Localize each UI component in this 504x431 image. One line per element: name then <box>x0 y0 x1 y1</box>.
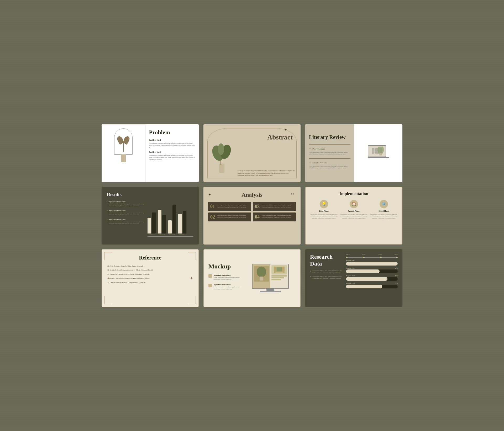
first-literature-title: + First Literature <box>309 146 350 150</box>
analysis-num-2: 02 <box>210 215 216 219</box>
bar-dark <box>172 205 176 233</box>
quote-mark: " <box>291 192 294 199</box>
first-literature-text: Lorem ipsum dolor sit amet, consectetur … <box>309 151 350 155</box>
problem2-title: Problem No. 2 <box>149 151 195 153</box>
slide-grid: Problem Problem No. 1 Lorem ipsum consec… <box>91 108 413 323</box>
progress4-track <box>346 285 398 288</box>
bar-group-4: Category 4 <box>178 211 186 235</box>
timeline-dot-2 <box>363 257 365 258</box>
results-title: Results <box>107 192 144 198</box>
svg-rect-11 <box>275 272 283 273</box>
sparkle-left-ref: ✦ <box>107 276 111 281</box>
bar-dark <box>152 212 156 233</box>
year-labels: 2019 2020 2021 2022 <box>346 253 398 255</box>
bar-light <box>148 218 151 233</box>
progress1-label: Progress One <box>346 260 398 261</box>
mockup-item2-content: Input Description Here Lorem ipsum conse… <box>214 284 242 290</box>
mockup-item2-title: Input Description Here <box>214 284 242 285</box>
analysis-num-3: 03 <box>255 204 260 209</box>
bar-dark <box>162 215 166 233</box>
literary-title: Literary Review <box>309 134 350 140</box>
monitor-img-2 <box>271 265 287 274</box>
ref-item-3: 03. Design as a Modern Art by Nouri Abde… <box>107 273 193 276</box>
laptop-base <box>368 157 389 158</box>
mockup-icon-1 <box>208 274 212 278</box>
svg-rect-8 <box>260 277 263 281</box>
mockup-title: Mockup <box>208 263 242 270</box>
second-literature-text: Lorem ipsum dolor sit amet, consectetur … <box>309 165 350 169</box>
analysis-title: Analysis <box>208 191 296 198</box>
phase-2: 🏠 Second Phase Lorem ipsum dolor sit ame… <box>340 200 368 219</box>
progress2-fill <box>346 269 380 273</box>
laptop-screen <box>368 145 386 157</box>
problem-image <box>102 124 145 182</box>
progress2-name: Progress Two <box>346 267 355 269</box>
problem-content: Problem Problem No. 1 Lorem ipsum consec… <box>145 124 199 182</box>
reference-title: Reference <box>107 255 193 261</box>
svg-point-5 <box>377 147 384 154</box>
plus-icon-1: + <box>309 146 311 150</box>
problem1-title: Problem No. 1 <box>149 139 195 141</box>
chart-baseline <box>148 236 193 237</box>
phase1-icon: 💡 <box>320 200 328 208</box>
monitor-arm <box>266 289 274 291</box>
progress3-fill <box>346 277 387 281</box>
phase-3: ⚙️ Third Phase Lorem ipsum dolor sit ame… <box>370 200 398 219</box>
monitor-bar-2 <box>254 285 264 287</box>
results-left-panel: Results Input Description Here Lorem ips… <box>107 192 144 239</box>
svg-rect-0 <box>219 164 224 173</box>
corner-tr <box>188 252 196 260</box>
analysis-text-4: Lorem ipsum dolor sit amet, consectetur … <box>262 215 294 219</box>
literary-right-panel <box>354 124 402 182</box>
analysis-text-1: Lorem ipsum dolor sit amet, consectetur … <box>217 204 249 209</box>
analysis-text-3: Lorem ipsum dolor sit amet, consectetur … <box>262 204 294 209</box>
monitor-image-area <box>254 266 269 282</box>
sparkle-left-icon: ✦ <box>208 193 211 197</box>
ref-item-1: 01. Five Designer Rules by Elisa Bansa (… <box>107 265 193 268</box>
svg-point-4 <box>218 143 224 155</box>
analysis-num-1: 01 <box>210 204 216 209</box>
progress2-label: Progress Two 65% <box>346 267 398 269</box>
mockup-item1-title: Input Description Here <box>214 274 242 276</box>
monitor-text-1 <box>271 275 287 277</box>
progress4-fill <box>346 285 382 288</box>
implementation-phases: 💡 First Phase Lorem ipsum dolor sit amet… <box>310 200 398 219</box>
progress4-pct: 70% <box>395 283 398 284</box>
results-item2-title: Input Description Here <box>107 210 144 211</box>
bar-light <box>178 214 182 233</box>
year-2022: 2022 <box>394 253 398 255</box>
phase3-text: Lorem ipsum dolor sit amet, consectetur … <box>370 213 398 219</box>
bar-group-3: Category 3 <box>168 205 176 235</box>
research-right-panel: 2019 2020 2021 2022 Progress One <box>346 253 398 290</box>
progress4-name: Progress Four <box>346 283 355 284</box>
implementation-slide: Implementation 💡 First Phase Lorem ipsum… <box>305 187 402 245</box>
progress3-pct: 80% <box>395 275 398 277</box>
phase3-icon: ⚙️ <box>380 200 388 208</box>
progress-3: Progress Three 80% <box>346 275 398 281</box>
grid-cell <box>375 150 377 152</box>
mockup-right-panel <box>245 254 296 302</box>
phase3-title: Third Phase <box>370 210 398 212</box>
research-text-1: + Lorem ipsum dolor sit amet, consectetu… <box>310 270 343 274</box>
research-left-panel: Research Data + Lorem ipsum dolor sit am… <box>310 253 343 290</box>
analysis-num-4: 04 <box>255 215 260 219</box>
progress1-fill <box>346 262 398 266</box>
phase2-icon: 🏠 <box>350 200 358 208</box>
results-chart: Category 1 Category 2 <box>148 192 193 239</box>
results-item-1: Input Description Here Lorem ipsum conse… <box>107 201 144 207</box>
monitor-text-3 <box>271 279 281 280</box>
monitor-screen <box>252 264 289 289</box>
mockup-item-2: Input Description Here Lorem ipsum conse… <box>208 284 242 290</box>
results-item-2: Input Description Here Lorem ipsum conse… <box>107 210 144 216</box>
bar-group-1: Category 1 <box>148 212 156 235</box>
bar-label-4: Category 4 <box>180 234 185 235</box>
ref-item-5: 05. Graphic Design Tips by Cheryl Louisa… <box>107 282 193 284</box>
ref-item-4: 04. Visual Communication Idea by Lina Sw… <box>107 277 193 280</box>
phase1-title: First Phase <box>310 210 338 212</box>
abstract-text: Lorem ipsum dolor sit amet, consectetur … <box>238 170 295 176</box>
sparkle-icon: ✦ <box>284 127 287 132</box>
bar-label-1: Category 1 <box>149 234 155 235</box>
problem2-text: Lorem ipsum consectetur adipiscing, pell… <box>149 154 195 161</box>
mockup-left-panel: Mockup Input Description Here Lorem ipsu… <box>208 254 242 302</box>
research-text-2: + Lorem ipsum dolor sit amet, consectetu… <box>310 275 343 279</box>
